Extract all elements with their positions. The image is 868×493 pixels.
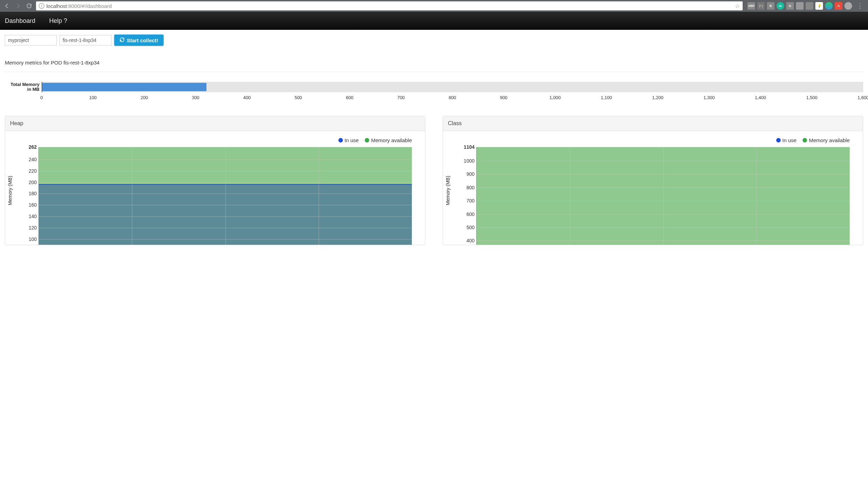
metrics-title: Memory metrics for POD fis-rest-1-8xp34 bbox=[5, 60, 863, 66]
toolbar: myproject fis-rest-1-8xp34 Start collect… bbox=[0, 30, 868, 49]
extension-icon[interactable] bbox=[844, 2, 852, 10]
ytick: 160 bbox=[18, 202, 39, 208]
divider bbox=[5, 72, 863, 72]
project-select[interactable]: myproject bbox=[5, 35, 57, 45]
legend-swatch-green bbox=[803, 138, 807, 142]
hbar-tick: 600 bbox=[346, 95, 354, 100]
hbar-xaxis: 01002003004005006007008009001,0001,1001,… bbox=[42, 92, 863, 102]
hbar-tick: 1,000 bbox=[549, 95, 561, 100]
start-collect-button[interactable]: Start collect! bbox=[114, 35, 163, 46]
extension-icon[interactable]: G bbox=[786, 2, 794, 10]
extension-icon[interactable] bbox=[825, 2, 833, 10]
ytick: 600 bbox=[456, 211, 477, 217]
pod-select[interactable]: fis-rest-1-8xp34 bbox=[60, 35, 112, 45]
ytick: 400 bbox=[456, 238, 477, 243]
browser-chrome: i localhost:8000/#!/dashboard ☆ ABP (=) … bbox=[0, 0, 868, 12]
hbar-tick: 500 bbox=[294, 95, 302, 100]
hbar-tick: 800 bbox=[449, 95, 456, 100]
info-icon: i bbox=[39, 3, 44, 9]
nav-dashboard[interactable]: Dashboard bbox=[5, 17, 35, 25]
menu-icon[interactable]: ⋮ bbox=[855, 2, 865, 10]
reload-icon[interactable] bbox=[25, 2, 33, 10]
ytick: 1104 bbox=[456, 144, 477, 150]
class-plot-area: 40050060070080090010001104 bbox=[476, 147, 850, 245]
extension-icon[interactable]: B bbox=[767, 2, 774, 10]
ytick: 262 bbox=[18, 144, 39, 150]
url-bar[interactable]: i localhost:8000/#!/dashboard ☆ bbox=[36, 1, 743, 10]
legend-in-use: In use bbox=[338, 137, 359, 143]
forward-icon[interactable] bbox=[14, 2, 22, 10]
hbar-tick: 200 bbox=[141, 95, 148, 100]
legend-available: Memory available bbox=[803, 137, 850, 143]
hbar-tick: 900 bbox=[500, 95, 507, 100]
legend-in-use: In use bbox=[776, 137, 797, 143]
ytick: 900 bbox=[456, 171, 477, 177]
refresh-icon bbox=[119, 37, 125, 43]
heap-chart: In use Memory available Memory (MB) 1001… bbox=[11, 137, 419, 245]
ytick: 700 bbox=[456, 198, 477, 204]
ytick: 180 bbox=[18, 191, 39, 196]
heap-panel-title: Heap bbox=[5, 116, 425, 131]
hbar-tick: 400 bbox=[243, 95, 251, 100]
total-memory-chart: Total Memoryin MB 0100200300400500600700… bbox=[0, 82, 868, 116]
hbar-fill bbox=[42, 83, 206, 91]
hbar-tick: 300 bbox=[192, 95, 200, 100]
extension-icon[interactable] bbox=[796, 2, 804, 10]
class-chart: In use Memory available Memory (MB) 4005… bbox=[449, 137, 857, 245]
hbar-tick: 0 bbox=[40, 95, 43, 100]
nav-help[interactable]: Help ? bbox=[49, 17, 67, 25]
ytick: 240 bbox=[18, 157, 39, 162]
legend-swatch-green bbox=[365, 138, 369, 142]
start-collect-label: Start collect! bbox=[127, 37, 158, 43]
ytick: 140 bbox=[18, 214, 39, 219]
extension-icon[interactable] bbox=[806, 2, 813, 10]
legend-swatch-blue bbox=[776, 138, 781, 142]
hbar-tick: 1,600 bbox=[858, 95, 868, 100]
legend-swatch-blue bbox=[338, 138, 343, 142]
ytick: 100 bbox=[18, 236, 39, 242]
url-text: localhost:8000/#!/dashboard bbox=[46, 3, 733, 9]
class-panel-title: Class bbox=[443, 116, 863, 131]
legend-available: Memory available bbox=[365, 137, 412, 143]
heap-ylabel: Memory (MB) bbox=[7, 176, 13, 205]
extension-row: ABP (=) B m G 💡 A bbox=[745, 2, 852, 10]
class-panel: Class In use Memory available Memory (MB… bbox=[443, 116, 863, 245]
hbar-tick: 1,200 bbox=[652, 95, 664, 100]
heap-legend: In use Memory available bbox=[11, 137, 412, 143]
heap-plot-area: 100120140160180200220240262 bbox=[38, 147, 412, 245]
hbar-tick: 1,100 bbox=[601, 95, 612, 100]
ytick: 1000 bbox=[456, 158, 477, 164]
hbar-tick: 1,500 bbox=[806, 95, 817, 100]
hbar-track bbox=[42, 82, 863, 92]
class-ylabel: Memory (MB) bbox=[445, 176, 451, 205]
ytick: 220 bbox=[18, 168, 39, 174]
hbar-tick: 100 bbox=[89, 95, 97, 100]
ytick: 200 bbox=[18, 180, 39, 185]
hbar-tick: 1,300 bbox=[703, 95, 715, 100]
heap-panel: Heap In use Memory available Memory (MB)… bbox=[5, 116, 425, 245]
ytick: 800 bbox=[456, 185, 477, 190]
extension-abp-icon[interactable]: ABP bbox=[747, 2, 755, 10]
ytick: 500 bbox=[456, 225, 477, 230]
hbar-category-label: Total Memoryin MB bbox=[5, 82, 42, 92]
hbar-tick: 1,400 bbox=[755, 95, 766, 100]
ytick: 120 bbox=[18, 225, 39, 231]
star-icon[interactable]: ☆ bbox=[735, 3, 740, 9]
extension-icon[interactable]: (=) bbox=[757, 2, 765, 10]
extension-icon[interactable]: m bbox=[777, 2, 784, 10]
navbar: Dashboard Help ? bbox=[0, 12, 868, 30]
class-legend: In use Memory available bbox=[449, 137, 850, 143]
hbar-tick: 700 bbox=[397, 95, 405, 100]
back-icon[interactable] bbox=[3, 2, 11, 10]
extension-angular-icon[interactable]: A bbox=[835, 2, 842, 10]
metrics-section: Memory metrics for POD fis-rest-1-8xp34 bbox=[0, 49, 868, 82]
extension-icon[interactable]: 💡 bbox=[815, 2, 823, 10]
panels-row: Heap In use Memory available Memory (MB)… bbox=[0, 116, 868, 245]
